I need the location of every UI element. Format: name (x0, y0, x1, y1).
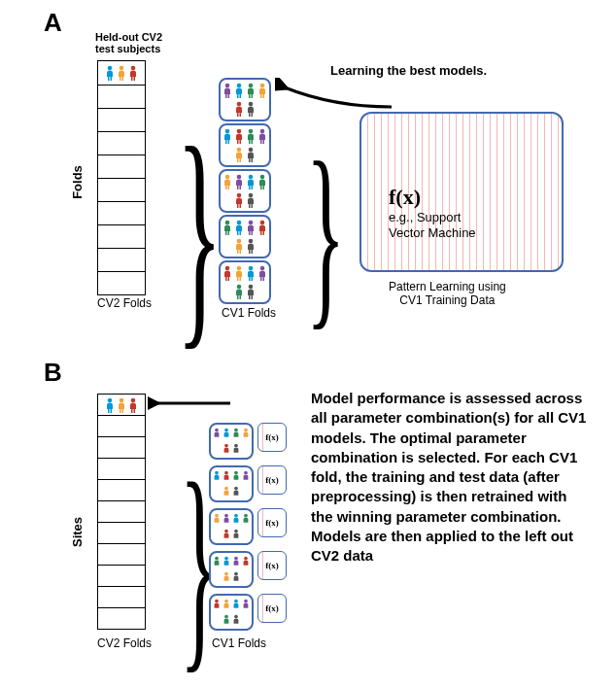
person-icon (232, 614, 240, 627)
svg-rect-11 (228, 93, 230, 98)
cv2-fold (97, 272, 146, 295)
svg-rect-68 (240, 230, 242, 235)
person-icon (222, 220, 232, 235)
cv2-fold (97, 132, 146, 155)
cv2-fold (97, 109, 146, 132)
svg-rect-77 (240, 249, 242, 254)
svg-point-130 (244, 556, 248, 560)
svg-point-24 (249, 102, 254, 107)
person-icon (242, 470, 250, 483)
person-icon (232, 428, 240, 440)
cv2-folds-column-a (97, 60, 146, 295)
panel-a-label: A (44, 8, 62, 38)
panel-b-label: B (44, 358, 62, 388)
svg-point-63 (225, 220, 230, 224)
svg-rect-104 (122, 408, 124, 413)
person-icon (213, 599, 221, 611)
person-icon (128, 397, 138, 413)
svg-rect-91 (260, 276, 262, 281)
cv2-caption-a: CV2 Folds (97, 296, 152, 310)
svg-point-126 (234, 529, 238, 532)
svg-point-93 (237, 285, 242, 290)
cv1-caption-a: CV1 Folds (222, 306, 276, 320)
svg-point-102 (120, 397, 124, 402)
svg-rect-53 (252, 185, 254, 189)
svg-point-113 (224, 443, 228, 447)
person-icon (232, 599, 240, 611)
svg-point-112 (244, 428, 248, 431)
svg-point-87 (249, 265, 254, 270)
brace-icon: } (306, 131, 345, 335)
svg-point-60 (249, 193, 254, 198)
svg-rect-98 (252, 294, 254, 299)
svg-point-128 (224, 556, 228, 560)
svg-point-75 (237, 239, 242, 244)
svg-rect-26 (252, 112, 254, 117)
svg-point-33 (249, 128, 254, 133)
person-icon (222, 128, 232, 144)
person-icon (213, 428, 221, 440)
svg-point-96 (249, 285, 254, 290)
learning-label: Learning the best models. (330, 63, 487, 78)
person-icon (242, 513, 250, 526)
fx-mini-box: f(x) (257, 551, 287, 580)
svg-rect-85 (237, 276, 239, 281)
person-icon (232, 529, 240, 541)
svg-rect-34 (249, 139, 251, 144)
cv2-fold (97, 608, 146, 630)
cv1-fold (209, 508, 254, 545)
person-icon (246, 128, 256, 144)
cv2-fold (97, 459, 146, 480)
svg-rect-59 (240, 203, 242, 208)
svg-point-84 (237, 265, 242, 270)
svg-rect-106 (131, 408, 133, 413)
person-icon (246, 238, 256, 254)
svg-point-125 (224, 529, 228, 532)
person-icon (222, 443, 230, 456)
svg-point-133 (215, 599, 219, 602)
svg-rect-52 (249, 185, 251, 189)
svg-rect-79 (249, 249, 251, 254)
svg-rect-92 (263, 276, 265, 281)
fx-mini-box: f(x) (257, 508, 287, 537)
person-icon (222, 83, 232, 98)
person-icon (234, 83, 244, 98)
person-icon (257, 83, 267, 98)
svg-rect-82 (225, 276, 227, 281)
svg-rect-40 (237, 157, 239, 162)
svg-point-138 (234, 614, 238, 618)
svg-rect-43 (249, 157, 251, 162)
person-icon (232, 443, 240, 456)
svg-point-78 (249, 239, 254, 244)
svg-rect-49 (237, 185, 239, 189)
folds-axis-label: Folds (70, 165, 85, 199)
svg-point-116 (224, 470, 228, 474)
person-icon (213, 513, 221, 526)
svg-rect-22 (237, 112, 239, 117)
person-icon (128, 65, 138, 81)
cv2-fold (97, 501, 146, 523)
svg-rect-44 (252, 157, 254, 162)
cv1-fold-row: f(x) (209, 551, 287, 590)
svg-point-18 (260, 83, 265, 87)
svg-point-118 (244, 470, 248, 474)
cv1-fold-row: f(x) (209, 465, 287, 504)
cv1-fold (219, 123, 271, 167)
arrow-left-icon (275, 78, 401, 117)
svg-rect-13 (237, 93, 239, 98)
svg-rect-64 (225, 230, 227, 235)
svg-rect-20 (263, 93, 265, 98)
person-icon (232, 556, 240, 568)
svg-point-114 (234, 443, 238, 447)
svg-point-6 (131, 66, 136, 71)
cv2-fold-heldout (97, 61, 146, 86)
svg-rect-25 (249, 112, 251, 117)
svg-point-122 (224, 513, 228, 517)
cv2-fold (97, 416, 146, 437)
cv1-fold (219, 169, 271, 213)
svg-point-3 (120, 66, 124, 71)
person-icon (232, 571, 240, 584)
person-icon (234, 284, 244, 299)
svg-rect-19 (260, 93, 262, 98)
svg-rect-103 (120, 408, 121, 413)
